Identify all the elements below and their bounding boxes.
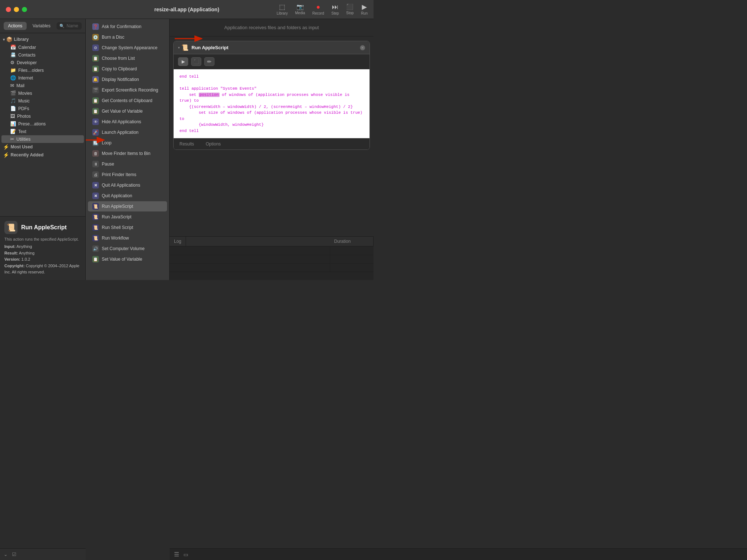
sidebar-item-contacts[interactable]: 📇 Contacts: [1, 51, 84, 59]
traffic-lights[interactable]: [6, 7, 27, 12]
fullscreen-button[interactable]: [22, 7, 27, 12]
sidebar-item-utilities[interactable]: ✂ Utilities: [1, 135, 84, 143]
sidebar-item-internet[interactable]: 🌐 Internet: [1, 74, 84, 82]
action-hide-all[interactable]: 👁 Hide All Applications: [88, 117, 167, 127]
action-set-volume[interactable]: 🔊 Set Computer Volume: [88, 244, 167, 254]
sidebar-item-presentations[interactable]: 📊 Prese…ations: [1, 120, 84, 128]
stop-button[interactable]: ⬛ Stop: [346, 4, 354, 15]
action-move-finder[interactable]: 🗑 Move Finder Items to Bin: [88, 148, 167, 159]
sidebar-item-text[interactable]: 📝 Text: [1, 128, 84, 135]
media-button[interactable]: 📷 Media: [295, 4, 305, 15]
code-editor[interactable]: end tell tell application "System Events…: [174, 69, 369, 138]
tab-options[interactable]: Options: [200, 139, 227, 149]
text-label: Text: [18, 129, 26, 134]
developer-label: Developer: [17, 60, 37, 65]
code-line-7: {windowWidth, windowHeight}: [179, 122, 364, 128]
record-button[interactable]: ● Record: [312, 4, 324, 15]
action-ask-confirmation[interactable]: ❓ Ask for Confirmation: [88, 22, 167, 32]
sidebar-item-music[interactable]: 🎵 Music: [1, 97, 84, 105]
action-choose-list[interactable]: 📋 Choose from List: [88, 53, 167, 63]
titlebar: resize-all.app (Application) ⬚ Library 📷…: [0, 0, 374, 19]
loop-icon: 🔄: [92, 140, 99, 146]
sidebar-item-mostused[interactable]: ⚡ Most Used: [0, 143, 85, 151]
action-export-screenflick[interactable]: 🎬 Export Screenflick Recording: [88, 85, 167, 95]
run-workflow-label: Run Workflow: [102, 236, 129, 241]
action-run-javascript[interactable]: 📜 Run JavaScript: [88, 212, 167, 222]
print-finder-label: Print Finder Items: [102, 172, 136, 177]
action-change-appearance[interactable]: ⚙ Change System Appearance: [88, 43, 167, 53]
photos-label: Photos: [17, 114, 31, 119]
set-variable-label: Set Value of Variable: [102, 257, 142, 262]
sidebar-item-mail[interactable]: ✉ Mail: [1, 82, 84, 89]
media-icon: 📷: [297, 4, 304, 10]
close-button[interactable]: [6, 7, 11, 12]
code-line-4: set position of windows of (application …: [179, 92, 364, 104]
code-line-2: [179, 80, 364, 86]
sidebar-item-library[interactable]: ▾ 📦 Library: [0, 35, 85, 43]
quit-app-icon: ✖: [92, 192, 99, 199]
sidebar-item-pdfs[interactable]: 📄 PDFs: [1, 105, 84, 112]
sidebar-item-movies[interactable]: 🎬 Movies: [1, 89, 84, 97]
main-layout: Actions Variables 🔍 ▾ 📦 Library 📅 Calend…: [0, 19, 374, 280]
search-input[interactable]: [67, 23, 79, 28]
action-set-variable[interactable]: 📋 Set Value of Variable: [88, 254, 167, 264]
step-button[interactable]: ⏭ Step: [331, 4, 339, 15]
minimize-button[interactable]: [14, 7, 19, 12]
pause-icon: ⏸: [92, 161, 99, 167]
log-row-1: [170, 247, 374, 255]
log-duration-2: [330, 256, 374, 263]
sidebar-item-developer[interactable]: ⚙ Developer: [1, 59, 84, 66]
sidebar-item-photos[interactable]: 🖼 Photos: [1, 112, 84, 120]
action-pause[interactable]: ⏸ Pause: [88, 159, 167, 169]
run-button[interactable]: ▶ Run: [361, 4, 368, 15]
get-clipboard-label: Get Contents of Clipboard: [102, 98, 152, 103]
tab-variables[interactable]: Variables: [28, 22, 55, 30]
code-line-6: set size of windows of (application proc…: [179, 110, 364, 122]
log-duration-1: [330, 247, 374, 255]
action-print-finder[interactable]: 🖨 Print Finder Items: [88, 170, 167, 180]
toolbar-right: ⬚ Library 📷 Media ● Record ⏭ Step ⬛ Stop…: [276, 4, 368, 15]
action-launch-app[interactable]: 🚀 Launch Application: [88, 127, 167, 137]
dialog-close-button[interactable]: ✕: [360, 45, 365, 50]
dialog-toolbar: ▶ ⬛ ✏: [174, 54, 369, 69]
action-quit-app[interactable]: ✖ Quit Application: [88, 191, 167, 201]
duration-col-label: Duration: [330, 237, 374, 246]
info-panel: 📜 Run AppleScript This action runs the s…: [0, 216, 85, 280]
copyright-label: Copyright:: [4, 264, 25, 268]
action-quit-all[interactable]: ✖ Quit All Applications: [88, 180, 167, 190]
stop-script-button[interactable]: ⬛: [191, 57, 201, 66]
sidebar-item-calendar[interactable]: 📅 Calendar: [1, 43, 84, 51]
action-display-notification[interactable]: 🔔 Display Notification: [88, 74, 167, 85]
tab-results[interactable]: Results: [174, 139, 200, 149]
action-loop[interactable]: 🔄 Loop: [88, 138, 167, 148]
workflow-header-text: Application receives files and folders a…: [224, 25, 319, 30]
sidebar-item-recentlyadded[interactable]: ⚡ Recently Added: [0, 151, 85, 159]
move-finder-icon: 🗑: [92, 150, 99, 157]
action-run-workflow[interactable]: 📜 Run Workflow: [88, 233, 167, 243]
dialog-title: 📜 Run AppleScript: [181, 44, 360, 51]
burn-disc-icon: 💿: [92, 34, 99, 40]
action-icon: 📜: [4, 221, 18, 234]
action-run-applescript[interactable]: 📜 Run AppleScript: [88, 201, 167, 211]
action-burn-disc[interactable]: 💿 Burn a Disc: [88, 32, 167, 42]
play-button[interactable]: ▶: [178, 57, 188, 66]
run-shell-icon: 📜: [92, 224, 99, 231]
tab-actions[interactable]: Actions: [4, 22, 27, 30]
change-appearance-icon: ⚙: [92, 44, 99, 51]
action-get-clipboard[interactable]: 📋 Get Contents of Clipboard: [88, 96, 167, 106]
chevron-down-icon: ▾: [3, 38, 5, 42]
action-copy-clipboard[interactable]: 📋 Copy to Clipboard: [88, 64, 167, 74]
action-run-shell[interactable]: 📜 Run Shell Script: [88, 222, 167, 233]
library-button[interactable]: ⬚ Library: [276, 4, 288, 15]
run-javascript-icon: 📜: [92, 214, 99, 220]
display-notification-icon: 🔔: [92, 76, 99, 83]
pause-label: Pause: [102, 162, 114, 167]
actions-list: ❓ Ask for Confirmation 💿 Burn a Disc ⚙ C…: [86, 19, 170, 280]
applescript-icon: 📜: [181, 44, 189, 51]
log-cell-3: [170, 264, 330, 272]
edit-button[interactable]: ✏: [204, 57, 214, 66]
run-applescript-label: Run AppleScript: [102, 204, 133, 209]
code-line-8: end tell: [179, 128, 364, 134]
action-get-variable[interactable]: 📋 Get Value of Variable: [88, 106, 167, 116]
sidebar-item-files[interactable]: 📁 Files…olders: [1, 66, 84, 74]
